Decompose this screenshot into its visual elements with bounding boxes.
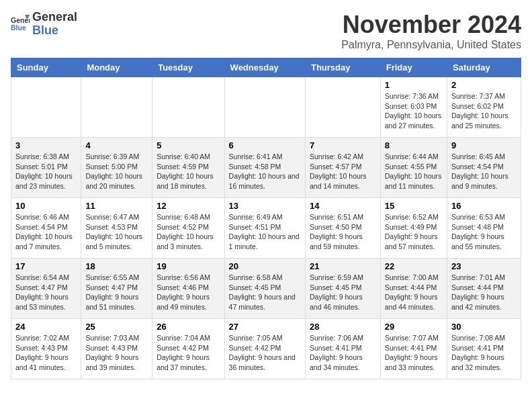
logo-icon: General Blue bbox=[11, 15, 30, 34]
day-info: Sunrise: 6:38 AMSunset: 5:01 PMDaylight:… bbox=[15, 152, 77, 191]
calendar-day-cell: 10Sunrise: 6:46 AMSunset: 4:54 PMDayligh… bbox=[11, 198, 81, 259]
day-number: 28 bbox=[310, 322, 376, 332]
calendar-day-cell bbox=[224, 77, 305, 138]
svg-text:Blue: Blue bbox=[11, 24, 26, 32]
calendar-day-cell: 13Sunrise: 6:49 AMSunset: 4:51 PMDayligh… bbox=[224, 198, 305, 259]
day-number: 26 bbox=[157, 322, 220, 332]
day-number: 22 bbox=[385, 261, 443, 271]
day-info: Sunrise: 6:51 AMSunset: 4:50 PMDaylight:… bbox=[310, 212, 376, 252]
day-number: 10 bbox=[15, 201, 77, 211]
day-number: 20 bbox=[229, 261, 301, 271]
calendar-day-cell: 11Sunrise: 6:47 AMSunset: 4:53 PMDayligh… bbox=[81, 198, 152, 259]
day-number: 29 bbox=[385, 322, 443, 332]
day-info: Sunrise: 6:59 AMSunset: 4:45 PMDaylight:… bbox=[310, 273, 376, 312]
location: Palmyra, Pennsylvania, United States bbox=[341, 39, 521, 51]
day-number: 7 bbox=[310, 140, 376, 150]
day-info: Sunrise: 7:00 AMSunset: 4:44 PMDaylight:… bbox=[385, 273, 443, 312]
header-day: Monday bbox=[81, 58, 152, 77]
calendar-day-cell: 19Sunrise: 6:56 AMSunset: 4:46 PMDayligh… bbox=[152, 259, 224, 319]
day-number: 5 bbox=[157, 140, 220, 150]
calendar-day-cell: 26Sunrise: 7:04 AMSunset: 4:42 PMDayligh… bbox=[152, 319, 224, 379]
day-number: 17 bbox=[15, 261, 77, 271]
calendar-week-row: 17Sunrise: 6:54 AMSunset: 4:47 PMDayligh… bbox=[11, 259, 521, 319]
page-header: General Blue General Blue November 2024 … bbox=[11, 11, 521, 51]
calendar-day-cell: 3Sunrise: 6:38 AMSunset: 5:01 PMDaylight… bbox=[11, 138, 81, 198]
calendar-day-cell: 18Sunrise: 6:55 AMSunset: 4:47 PMDayligh… bbox=[81, 259, 152, 319]
day-info: Sunrise: 6:58 AMSunset: 4:45 PMDaylight:… bbox=[229, 273, 301, 312]
calendar-week-row: 10Sunrise: 6:46 AMSunset: 4:54 PMDayligh… bbox=[11, 198, 521, 259]
calendar-day-cell: 14Sunrise: 6:51 AMSunset: 4:50 PMDayligh… bbox=[305, 198, 380, 259]
calendar-day-cell bbox=[81, 77, 152, 138]
day-info: Sunrise: 7:04 AMSunset: 4:42 PMDaylight:… bbox=[157, 333, 220, 373]
day-info: Sunrise: 6:53 AMSunset: 4:48 PMDaylight:… bbox=[451, 212, 517, 252]
day-info: Sunrise: 6:46 AMSunset: 4:54 PMDaylight:… bbox=[15, 212, 77, 252]
calendar-day-cell bbox=[11, 77, 81, 138]
calendar-body: 1Sunrise: 7:36 AMSunset: 6:03 PMDaylight… bbox=[11, 77, 521, 379]
day-number: 16 bbox=[451, 201, 517, 211]
header-day: Tuesday bbox=[152, 58, 224, 77]
calendar-table: SundayMondayTuesdayWednesdayThursdayFrid… bbox=[11, 58, 521, 379]
day-info: Sunrise: 6:41 AMSunset: 4:58 PMDaylight:… bbox=[229, 152, 301, 191]
day-info: Sunrise: 6:54 AMSunset: 4:47 PMDaylight:… bbox=[15, 273, 77, 312]
month-title: November 2024 bbox=[341, 11, 521, 39]
calendar-day-cell: 23Sunrise: 7:01 AMSunset: 4:44 PMDayligh… bbox=[447, 259, 521, 319]
day-number: 27 bbox=[229, 322, 301, 332]
day-info: Sunrise: 6:48 AMSunset: 4:52 PMDaylight:… bbox=[157, 212, 220, 252]
day-info: Sunrise: 7:08 AMSunset: 4:41 PMDaylight:… bbox=[451, 333, 517, 373]
day-number: 6 bbox=[229, 140, 301, 150]
header-day: Friday bbox=[380, 58, 447, 77]
calendar-header-row: SundayMondayTuesdayWednesdayThursdayFrid… bbox=[11, 58, 521, 77]
logo-line2: Blue bbox=[32, 24, 77, 38]
day-number: 8 bbox=[385, 140, 443, 150]
calendar-week-row: 24Sunrise: 7:02 AMSunset: 4:43 PMDayligh… bbox=[11, 319, 521, 379]
day-info: Sunrise: 7:06 AMSunset: 4:41 PMDaylight:… bbox=[310, 333, 376, 373]
calendar-day-cell: 27Sunrise: 7:05 AMSunset: 4:42 PMDayligh… bbox=[224, 319, 305, 379]
day-number: 13 bbox=[229, 201, 301, 211]
day-number: 14 bbox=[310, 201, 376, 211]
day-info: Sunrise: 6:44 AMSunset: 4:55 PMDaylight:… bbox=[385, 152, 443, 191]
day-info: Sunrise: 6:56 AMSunset: 4:46 PMDaylight:… bbox=[157, 273, 220, 312]
day-number: 3 bbox=[15, 140, 77, 150]
calendar-day-cell: 9Sunrise: 6:45 AMSunset: 4:54 PMDaylight… bbox=[447, 138, 521, 198]
header-day: Sunday bbox=[11, 58, 81, 77]
header-day: Wednesday bbox=[224, 58, 305, 77]
calendar-day-cell: 29Sunrise: 7:07 AMSunset: 4:41 PMDayligh… bbox=[380, 319, 447, 379]
day-number: 2 bbox=[451, 80, 517, 90]
day-number: 11 bbox=[85, 201, 148, 211]
calendar-day-cell: 24Sunrise: 7:02 AMSunset: 4:43 PMDayligh… bbox=[11, 319, 81, 379]
calendar-week-row: 1Sunrise: 7:36 AMSunset: 6:03 PMDaylight… bbox=[11, 77, 521, 138]
calendar-day-cell: 1Sunrise: 7:36 AMSunset: 6:03 PMDaylight… bbox=[380, 77, 447, 138]
day-info: Sunrise: 7:07 AMSunset: 4:41 PMDaylight:… bbox=[385, 333, 443, 373]
calendar-day-cell: 16Sunrise: 6:53 AMSunset: 4:48 PMDayligh… bbox=[447, 198, 521, 259]
day-info: Sunrise: 6:47 AMSunset: 4:53 PMDaylight:… bbox=[85, 212, 148, 252]
calendar-day-cell: 6Sunrise: 6:41 AMSunset: 4:58 PMDaylight… bbox=[224, 138, 305, 198]
day-info: Sunrise: 7:05 AMSunset: 4:42 PMDaylight:… bbox=[229, 333, 301, 373]
day-number: 21 bbox=[310, 261, 376, 271]
calendar-day-cell: 30Sunrise: 7:08 AMSunset: 4:41 PMDayligh… bbox=[447, 319, 521, 379]
calendar-day-cell: 4Sunrise: 6:39 AMSunset: 5:00 PMDaylight… bbox=[81, 138, 152, 198]
calendar-day-cell: 7Sunrise: 6:42 AMSunset: 4:57 PMDaylight… bbox=[305, 138, 380, 198]
calendar-day-cell: 8Sunrise: 6:44 AMSunset: 4:55 PMDaylight… bbox=[380, 138, 447, 198]
header-day: Thursday bbox=[305, 58, 380, 77]
calendar-day-cell bbox=[152, 77, 224, 138]
calendar-day-cell: 17Sunrise: 6:54 AMSunset: 4:47 PMDayligh… bbox=[11, 259, 81, 319]
day-info: Sunrise: 6:52 AMSunset: 4:49 PMDaylight:… bbox=[385, 212, 443, 252]
day-info: Sunrise: 6:45 AMSunset: 4:54 PMDaylight:… bbox=[451, 152, 517, 191]
day-info: Sunrise: 6:55 AMSunset: 4:47 PMDaylight:… bbox=[85, 273, 148, 312]
calendar-day-cell: 2Sunrise: 7:37 AMSunset: 6:02 PMDaylight… bbox=[447, 77, 521, 138]
day-number: 15 bbox=[385, 201, 443, 211]
calendar-day-cell: 5Sunrise: 6:40 AMSunset: 4:59 PMDaylight… bbox=[152, 138, 224, 198]
day-info: Sunrise: 7:02 AMSunset: 4:43 PMDaylight:… bbox=[15, 333, 77, 373]
day-number: 4 bbox=[85, 140, 148, 150]
calendar-day-cell: 15Sunrise: 6:52 AMSunset: 4:49 PMDayligh… bbox=[380, 198, 447, 259]
calendar-day-cell: 22Sunrise: 7:00 AMSunset: 4:44 PMDayligh… bbox=[380, 259, 447, 319]
day-number: 24 bbox=[15, 322, 77, 332]
calendar-day-cell: 28Sunrise: 7:06 AMSunset: 4:41 PMDayligh… bbox=[305, 319, 380, 379]
day-number: 9 bbox=[451, 140, 517, 150]
day-info: Sunrise: 7:37 AMSunset: 6:02 PMDaylight:… bbox=[451, 91, 517, 131]
day-info: Sunrise: 6:39 AMSunset: 5:00 PMDaylight:… bbox=[85, 152, 148, 191]
calendar-week-row: 3Sunrise: 6:38 AMSunset: 5:01 PMDaylight… bbox=[11, 138, 521, 198]
day-number: 12 bbox=[157, 201, 220, 211]
logo-line1: General bbox=[32, 11, 77, 24]
day-info: Sunrise: 7:01 AMSunset: 4:44 PMDaylight:… bbox=[451, 273, 517, 312]
